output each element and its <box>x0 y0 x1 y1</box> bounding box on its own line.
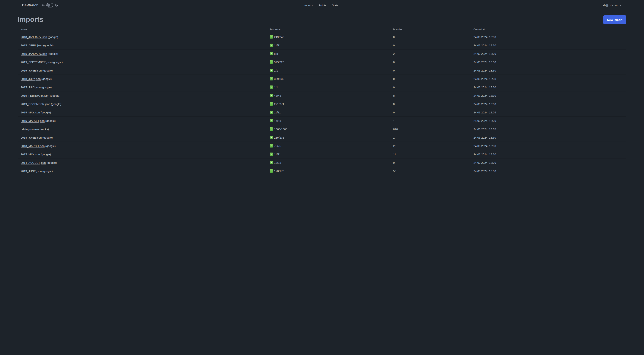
success-check-icon <box>270 60 273 64</box>
processed-cell: 11/11 <box>267 150 390 158</box>
import-source-label: (google) <box>40 153 51 156</box>
doubles-cell: 0 <box>390 75 470 83</box>
import-file-link[interactable]: 2019_DECEMBER.json <box>21 102 50 106</box>
created-at-cell: 24.03.2024, 18:30 <box>470 133 626 142</box>
doubles-cell: 0 <box>390 108 470 117</box>
page-header: Imports New import <box>18 15 626 24</box>
import-file-link[interactable]: 2018_JULY.json <box>21 77 40 80</box>
app-logo[interactable]: DaWarIch <box>22 3 38 7</box>
processed-cell: 249/249 <box>267 33 390 41</box>
processed-cell: 18/18 <box>267 158 390 167</box>
new-import-button[interactable]: New import <box>603 15 626 24</box>
processed-cell: 1/1 <box>267 83 390 91</box>
import-source-label: (google) <box>50 94 60 97</box>
processed-count: 11/11 <box>274 44 281 47</box>
import-file-link[interactable]: 2015_JUNE.json <box>21 69 42 72</box>
processed-count: 329/329 <box>274 60 284 64</box>
import-file-link[interactable]: 2018_JANUARY.json <box>21 35 47 38</box>
column-header-created-at: Created at <box>470 27 626 33</box>
created-at-cell: 24.03.2024, 18:30 <box>470 150 626 158</box>
doubles-cell: 20 <box>390 142 470 150</box>
table-row: 2018_JUNE.json (google) 235/235 1 24.03.… <box>18 133 626 142</box>
processed-cell: 235/235 <box>267 133 390 142</box>
sun-icon <box>42 4 45 7</box>
import-file-link[interactable]: 2014_AUGUST.json <box>21 161 46 164</box>
doubles-cell: 11 <box>390 150 470 158</box>
name-cell: 2013_JUNE.json (google) <box>18 167 267 175</box>
processed-cell: 15/15 <box>267 117 390 125</box>
created-at-cell: 24.03.2024, 18:30 <box>470 100 626 108</box>
import-file-link[interactable]: 2015_FEBRUARY.json <box>21 94 49 97</box>
import-source-label: (google) <box>41 86 52 89</box>
nav-link-imports[interactable]: Imports <box>304 4 313 7</box>
theme-toggle-knob <box>47 4 50 7</box>
import-source-label: (owntracks) <box>34 128 49 131</box>
processed-count: 1665/1665 <box>274 128 287 131</box>
import-source-label: (google) <box>40 111 51 114</box>
table-row: 2014_AUGUST.json (google) 18/18 0 24.03.… <box>18 158 626 167</box>
processed-count: 178/178 <box>274 169 284 173</box>
processed-cell: 329/329 <box>267 58 390 66</box>
import-file-link[interactable]: 2019_SEPTEMBER.json <box>21 60 52 64</box>
import-file-link[interactable]: 2018_JUNE.json <box>21 136 42 139</box>
table-row: 2015_JANUARY.json (google) 8/8 2 24.03.2… <box>18 49 626 58</box>
import-source-label: (google) <box>51 102 61 106</box>
success-check-icon <box>270 136 273 139</box>
processed-count: 271/271 <box>274 102 284 106</box>
created-at-cell: 24.03.2024, 18:30 <box>470 83 626 91</box>
processed-count: 8/8 <box>274 52 278 55</box>
imports-table: Name Processed Doubles Created at 2018_J… <box>18 27 626 177</box>
table-row: 2019_SEPTEMBER.json (google) 329/329 0 2… <box>18 58 626 66</box>
import-file-link[interactable]: 2015_JULY.json <box>21 86 40 89</box>
import-file-link[interactable]: 2013_MARCH.json <box>21 144 44 147</box>
processed-cell: 8/8 <box>267 49 390 58</box>
table-row: 2015_MAY.json (google) 11/11 0 24.03.202… <box>18 108 626 117</box>
success-check-icon <box>270 35 273 38</box>
name-cell: 2015_JANUARY.json (google) <box>18 49 267 58</box>
processed-cell: 339/339 <box>267 75 390 83</box>
import-file-link[interactable]: 2015_MAY.json <box>21 111 40 114</box>
import-file-link[interactable]: 2015_APRIL.json <box>21 44 42 47</box>
success-check-icon <box>270 77 273 80</box>
name-cell <box>18 175 267 178</box>
success-check-icon <box>270 69 273 72</box>
doubles-cell: 0 <box>390 83 470 91</box>
theme-toggle[interactable] <box>46 3 53 7</box>
processed-cell: 178/178 <box>267 167 390 175</box>
name-cell: 2018_JUNE.json (google) <box>18 133 267 142</box>
chevron-down-icon <box>619 4 622 6</box>
doubles-cell: 820 <box>390 125 470 133</box>
import-file-link[interactable]: 2015_MARCH.json <box>21 119 44 122</box>
import-source-label: (google) <box>42 169 53 173</box>
import-file-link[interactable]: odata.json <box>21 128 34 131</box>
imports-page: DaWarIch <box>0 0 644 177</box>
created-at-cell: 24.03.2024, 18:30 <box>470 66 626 75</box>
top-navbar: DaWarIch <box>0 0 644 10</box>
processed-count: 1/1 <box>274 69 278 72</box>
user-menu[interactable]: ab@cd.com <box>603 4 622 7</box>
nav-link-stats[interactable]: Stats <box>332 4 338 7</box>
success-check-icon <box>270 43 273 47</box>
processed-cell: 271/271 <box>267 100 390 108</box>
processed-cell <box>267 175 390 178</box>
import-file-link[interactable]: 2015_JANUARY.json <box>21 52 47 55</box>
column-header-processed: Processed <box>267 27 390 33</box>
name-cell: 2015_FEBRUARY.json (google) <box>18 91 267 100</box>
main-navigation: Imports Points Stats <box>304 4 338 7</box>
success-check-icon <box>270 94 273 97</box>
name-cell: 2015_JULY.json (google) <box>18 83 267 91</box>
column-header-doubles: Doubles <box>390 27 470 33</box>
table-row: 2015_JULY.json (google) 1/1 0 24.03.2024… <box>18 83 626 91</box>
success-check-icon <box>270 127 273 131</box>
import-file-link[interactable]: 2013_JUNE.json <box>21 169 42 173</box>
success-check-icon <box>270 153 273 156</box>
nav-link-points[interactable]: Points <box>318 4 326 7</box>
doubles-cell: 2 <box>390 49 470 58</box>
table-row: 2015_MARCH.json (google) 15/15 1 24.03.2… <box>18 117 626 125</box>
import-source-label: (google) <box>46 119 56 122</box>
main-content: Imports New import Name Processed Double… <box>0 15 644 177</box>
name-cell: 2015_JUNE.json (google) <box>18 66 267 75</box>
import-file-link[interactable]: 2015_MAY.json <box>21 153 40 156</box>
table-body: 2018_JANUARY.json (google) 249/249 0 24.… <box>18 33 626 178</box>
name-cell: 2014_AUGUST.json (google) <box>18 158 267 167</box>
